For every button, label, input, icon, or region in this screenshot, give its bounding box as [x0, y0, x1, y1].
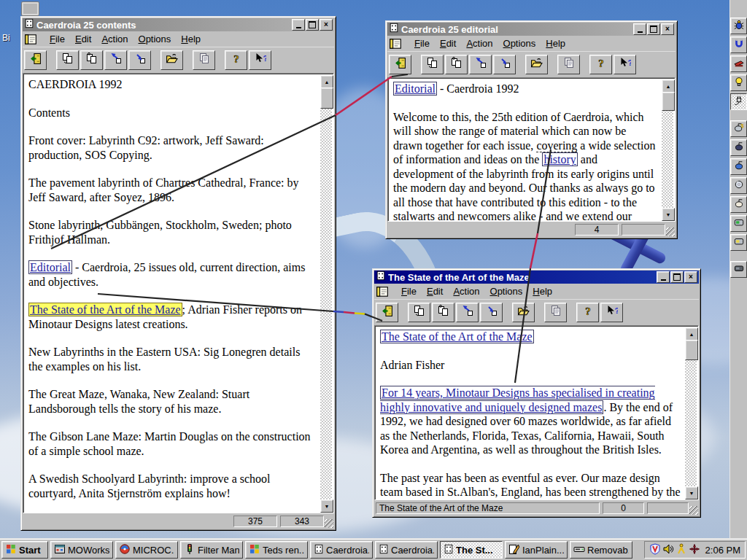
hyperlink[interactable]: covering: [536, 139, 577, 152]
maximize-button[interactable]: [647, 23, 660, 35]
titlebar[interactable]: Caerdroia 25 editorial ×: [387, 23, 676, 36]
copy-page-button[interactable]: [56, 50, 79, 70]
task-button-ianplain-[interactable]: IanPlain....: [505, 541, 568, 559]
link-forward-button[interactable]: [128, 50, 151, 70]
mouse-blue-tool-button[interactable]: [730, 158, 747, 175]
copy-page-button[interactable]: [421, 55, 444, 74]
minimize-button[interactable]: [657, 271, 670, 283]
menu-item-file[interactable]: File: [44, 32, 70, 46]
copy-page-button[interactable]: [408, 303, 430, 322]
vertical-scrollbar[interactable]: ▲ ▼: [685, 327, 697, 499]
menu-item-help[interactable]: Help: [176, 32, 206, 46]
maximize-button[interactable]: [306, 19, 319, 31]
menu-item-help[interactable]: Help: [541, 36, 570, 50]
paste-page-button[interactable]: [445, 55, 468, 74]
titlebar[interactable]: The State of the Art of the Maze ×: [374, 271, 699, 284]
scroll-down-button[interactable]: ▼: [662, 208, 675, 221]
menu-item-action[interactable]: Action: [461, 36, 498, 50]
exit-button[interactable]: [376, 303, 398, 322]
help-button[interactable]: ?: [225, 50, 247, 70]
hyperlink[interactable]: Editorial: [393, 82, 437, 96]
task-button-microc-[interactable]: MICROC...: [115, 541, 178, 559]
hyperlink[interactable]: Editorial: [28, 260, 72, 274]
open-folder-button[interactable]: [160, 50, 183, 70]
open-folder-button[interactable]: [512, 303, 535, 322]
open-folder-button[interactable]: [525, 55, 548, 74]
task-button-teds-ren-[interactable]: Teds ren...: [245, 541, 308, 559]
start-button[interactable]: Start: [1, 541, 48, 559]
task-button-caerdroia-[interactable]: Caerdroia...: [310, 541, 373, 559]
link-forward-button[interactable]: [493, 55, 516, 74]
vertical-scrollbar[interactable]: ▲ ▼: [662, 79, 673, 221]
link-back-button[interactable]: [104, 50, 127, 70]
menu-item-edit[interactable]: Edit: [70, 32, 96, 46]
paste-page-button[interactable]: [432, 303, 454, 322]
minimize-button[interactable]: [633, 23, 646, 35]
system-doc-icon[interactable]: [24, 33, 40, 46]
menu-item-edit[interactable]: Edit: [422, 284, 448, 298]
device-yellow-tool-button[interactable]: [730, 234, 747, 251]
menu-item-action[interactable]: Action: [448, 284, 484, 298]
person-tray-icon[interactable]: [676, 543, 687, 557]
resize-grip[interactable]: [325, 519, 333, 528]
menu-item-help[interactable]: Help: [527, 284, 557, 298]
resize-grip[interactable]: [666, 228, 675, 236]
scroll-thumb[interactable]: [662, 92, 675, 111]
bug-tool-button[interactable]: [730, 18, 747, 34]
mouse-light-tool-button[interactable]: [730, 196, 747, 213]
hyperlink[interactable]: history: [542, 152, 577, 166]
menu-item-options[interactable]: Options: [498, 36, 541, 50]
close-button[interactable]: ×: [661, 23, 674, 35]
task-button-filter-man-[interactable]: Filter Man...: [180, 541, 243, 559]
menu-item-action[interactable]: Action: [96, 32, 133, 46]
menu-item-file[interactable]: File: [396, 284, 422, 298]
scroll-up-button[interactable]: ▲: [320, 75, 333, 88]
minimize-button[interactable]: [292, 19, 305, 31]
plug-tool-button[interactable]: [730, 93, 747, 110]
menu-item-options[interactable]: Options: [133, 32, 177, 46]
flower-tray-icon[interactable]: [689, 543, 700, 557]
copy-button[interactable]: [193, 50, 215, 70]
menu-item-options[interactable]: Options: [485, 284, 528, 298]
mouse-dollar-tool-button[interactable]: $: [730, 120, 747, 137]
shield-tray-icon[interactable]: [649, 543, 661, 557]
paste-page-button[interactable]: [80, 50, 103, 70]
menu-item-file[interactable]: File: [409, 36, 435, 50]
scroll-up-button[interactable]: ▲: [685, 327, 698, 341]
context-help-button[interactable]: ?: [249, 50, 271, 70]
task-button-caerdroia-[interactable]: Caerdroia...: [375, 541, 438, 559]
hyperlink[interactable]: The State of the Art of the Maze: [380, 330, 534, 343]
scroll-down-button[interactable]: ▼: [320, 499, 333, 513]
vertical-scrollbar[interactable]: ▲ ▼: [320, 75, 332, 513]
task-button-the-st-[interactable]: The St...: [440, 541, 503, 559]
close-button[interactable]: ×: [320, 19, 333, 31]
system-doc-icon[interactable]: [376, 285, 392, 298]
exit-button[interactable]: [389, 55, 411, 74]
menu-item-edit[interactable]: Edit: [435, 36, 461, 50]
scroll-thumb[interactable]: [685, 340, 698, 360]
device-green-tool-button[interactable]: [730, 215, 747, 232]
maximize-button[interactable]: [670, 271, 684, 283]
stapler-tool-button[interactable]: [730, 55, 747, 72]
cd-tool-button[interactable]: [730, 177, 747, 194]
resize-grip[interactable]: [689, 506, 698, 515]
context-help-button[interactable]: ?: [614, 55, 636, 74]
help-button[interactable]: ?: [589, 55, 612, 74]
system-doc-icon[interactable]: [389, 37, 405, 50]
context-help-button[interactable]: ?: [600, 303, 623, 322]
scroll-up-button[interactable]: ▲: [662, 79, 675, 93]
link-back-button[interactable]: [456, 303, 479, 322]
task-button-removab-[interactable]: Removab...: [570, 541, 632, 559]
titlebar[interactable]: Caerdroia 25 contents ×: [23, 18, 334, 31]
copy-button[interactable]: [557, 55, 580, 74]
volume-tray-icon[interactable]: [662, 543, 674, 557]
copy-button[interactable]: [544, 303, 567, 322]
link-forward-button[interactable]: [480, 303, 503, 322]
close-button[interactable]: ×: [684, 271, 697, 283]
desktop-icon-partial[interactable]: [21, 1, 39, 16]
magnet-tool-button[interactable]: [730, 36, 747, 53]
exit-button[interactable]: [24, 50, 47, 70]
mouse-dark-tool-button[interactable]: [730, 139, 747, 156]
help-button[interactable]: ?: [576, 303, 599, 322]
scroll-thumb[interactable]: [320, 88, 333, 109]
